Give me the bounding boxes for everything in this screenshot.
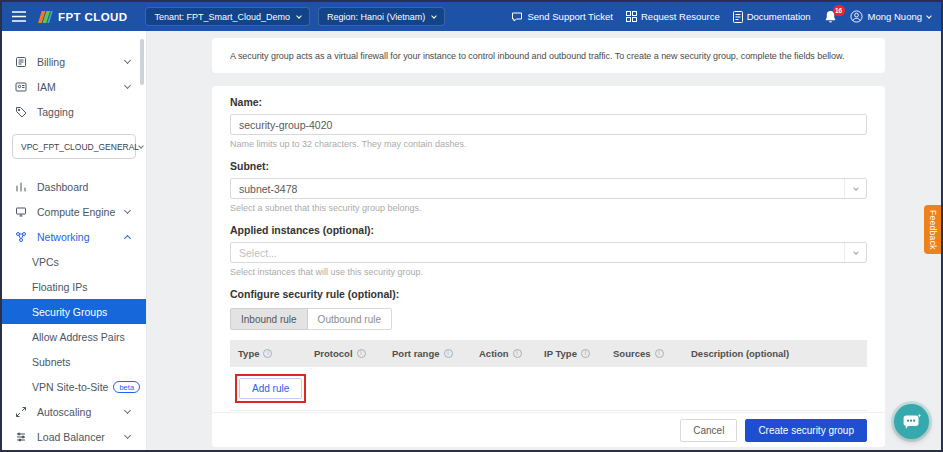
support-ticket-label: Send Support Ticket bbox=[527, 11, 613, 22]
sidebar-item-label: VPN Site-to-Site bbox=[32, 381, 108, 393]
sidebar-item-label: VPCs bbox=[32, 256, 59, 268]
beta-badge: beta bbox=[113, 381, 140, 393]
create-security-group-button[interactable]: Create security group bbox=[745, 419, 867, 442]
rule-table-header: Type Protocol Port range Action IP Type … bbox=[230, 340, 867, 367]
tenant-label: Tenant: FPT_Smart_Cloud_Demo bbox=[154, 12, 290, 22]
dashboard-icon bbox=[15, 181, 28, 193]
sidebar-item-label: Subnets bbox=[32, 356, 71, 368]
tenant-selector[interactable]: Tenant: FPT_Smart_Cloud_Demo bbox=[145, 7, 310, 26]
sidebar-item-tagging[interactable]: Tagging bbox=[2, 99, 146, 124]
cancel-button[interactable]: Cancel bbox=[680, 419, 737, 442]
region-label: Region: Hanoi (Vietnam) bbox=[327, 12, 425, 22]
document-icon bbox=[733, 11, 743, 23]
select-arrow-zone bbox=[844, 179, 866, 198]
sidebar-item-label: Allow Address Pairs bbox=[32, 331, 125, 343]
column-header-port-range: Port range bbox=[384, 348, 471, 359]
info-icon[interactable] bbox=[581, 349, 590, 358]
sidebar-item-compute-engine[interactable]: Compute Engine bbox=[2, 199, 146, 224]
autoscaling-icon bbox=[15, 406, 28, 418]
main-content: A security group acts as a virtual firew… bbox=[148, 31, 941, 450]
sidebar-item-dashboard[interactable]: Dashboard bbox=[2, 174, 146, 199]
info-icon[interactable] bbox=[444, 349, 453, 358]
red-highlight-annotation: Add rule bbox=[235, 374, 306, 403]
column-header-sources: Sources bbox=[605, 348, 683, 359]
name-label: Name: bbox=[230, 96, 867, 109]
sidebar-item-label: Autoscaling bbox=[37, 406, 91, 418]
applied-instances-select[interactable]: Select... bbox=[230, 242, 867, 263]
name-input[interactable] bbox=[230, 114, 867, 135]
menu-icon[interactable] bbox=[2, 2, 36, 31]
subnet-help: Select a subnet that this security group… bbox=[230, 203, 867, 213]
column-header-type: Type bbox=[230, 348, 306, 359]
rule-tabs: Inbound rule Outbound rule bbox=[230, 308, 867, 330]
send-support-ticket-link[interactable]: Send Support Ticket bbox=[511, 11, 613, 23]
notifications-button[interactable]: 16 bbox=[824, 10, 837, 23]
sidebar-item-load-balancer[interactable]: Load Balancer bbox=[2, 424, 146, 449]
sidebar-item-subnets[interactable]: Subnets bbox=[2, 349, 146, 374]
sidebar-item-allow-address-pairs[interactable]: Allow Address Pairs bbox=[2, 324, 146, 349]
sidebar: Billing IAM Tagging VPC_FPT_CLOUD_GENERA… bbox=[2, 31, 147, 450]
feedback-tab[interactable]: Feedback bbox=[924, 205, 941, 254]
chevron-down-icon bbox=[124, 207, 131, 214]
form-footer: Cancel Create security group bbox=[212, 412, 885, 447]
sidebar-item-iam[interactable]: IAM bbox=[2, 74, 146, 99]
sidebar-item-label: Dashboard bbox=[37, 181, 88, 193]
intro-card: A security group acts as a virtual firew… bbox=[212, 38, 885, 73]
navbar-actions: Send Support Ticket Request Resource Doc… bbox=[511, 10, 931, 23]
add-rule-button[interactable]: Add rule bbox=[239, 378, 302, 399]
request-resource-link[interactable]: Request Resource bbox=[626, 11, 720, 22]
resource-grid-icon bbox=[626, 11, 637, 22]
sidebar-item-label: IAM bbox=[37, 81, 56, 93]
vpc-selector[interactable]: VPC_FPT_CLOUD_GENERAL bbox=[12, 134, 136, 159]
column-header-protocol: Protocol bbox=[306, 348, 384, 359]
subnet-select[interactable]: subnet-3478 bbox=[230, 178, 867, 199]
user-avatar-icon bbox=[850, 10, 863, 23]
sidebar-item-vpn-site-to-site[interactable]: VPN Site-to-Site beta bbox=[2, 374, 146, 399]
intro-text: A security group acts as a virtual firew… bbox=[230, 51, 844, 61]
tab-inbound-rule[interactable]: Inbound rule bbox=[230, 308, 308, 330]
user-menu[interactable]: Mong Nuong bbox=[850, 10, 931, 23]
support-ticket-icon bbox=[511, 11, 523, 23]
chevron-down-icon bbox=[124, 432, 131, 439]
sidebar-item-networking[interactable]: Networking bbox=[2, 224, 146, 249]
configure-rule-label: Configure security rule (optional): bbox=[230, 288, 867, 301]
sidebar-item-vpcs[interactable]: VPCs bbox=[2, 249, 146, 274]
name-help: Name limits up to 32 characters. They ma… bbox=[230, 139, 867, 149]
region-selector[interactable]: Region: Hanoi (Vietnam) bbox=[318, 7, 445, 26]
chevron-down-icon bbox=[138, 143, 144, 149]
sidebar-item-label: Billing bbox=[37, 56, 65, 68]
info-icon[interactable] bbox=[655, 349, 664, 358]
sidebar-item-floating-ips[interactable]: Floating IPs bbox=[2, 274, 146, 299]
column-header-ip-type: IP Type bbox=[536, 348, 605, 359]
applied-instances-label: Applied instances (optional): bbox=[230, 224, 867, 237]
documentation-link[interactable]: Documentation bbox=[733, 11, 811, 23]
sidebar-item-label: Floating IPs bbox=[32, 281, 87, 293]
sidebar-item-autoscaling[interactable]: Autoscaling bbox=[2, 399, 146, 424]
ai-assistant-button[interactable] bbox=[894, 404, 929, 439]
column-header-action: Action bbox=[471, 348, 536, 359]
info-icon[interactable] bbox=[357, 349, 366, 358]
create-security-group-form: Name: Name limits up to 32 characters. T… bbox=[212, 86, 885, 447]
sidebar-item-label: Networking bbox=[37, 231, 90, 243]
subnet-select-value: subnet-3478 bbox=[239, 183, 297, 195]
select-arrow-zone bbox=[844, 243, 866, 262]
brand-name: FPT CLOUD bbox=[58, 11, 127, 23]
billing-icon bbox=[15, 56, 28, 68]
chevron-down-icon bbox=[296, 13, 302, 19]
top-navbar: FPT CLOUD Tenant: FPT_Smart_Cloud_Demo R… bbox=[2, 2, 941, 31]
sidebar-item-billing[interactable]: Billing bbox=[2, 49, 146, 74]
brand-logo[interactable]: FPT CLOUD bbox=[36, 11, 127, 23]
info-icon[interactable] bbox=[263, 349, 272, 358]
app-window: FPT CLOUD Tenant: FPT_Smart_Cloud_Demo R… bbox=[0, 0, 943, 452]
iam-icon bbox=[15, 81, 28, 93]
tag-icon bbox=[15, 106, 28, 118]
sidebar-item-label: Compute Engine bbox=[37, 206, 115, 218]
networking-icon bbox=[15, 231, 28, 243]
chevron-down-icon bbox=[124, 407, 131, 414]
sidebar-item-security-groups[interactable]: Security Groups bbox=[2, 299, 146, 324]
info-icon[interactable] bbox=[513, 349, 522, 358]
user-name: Mong Nuong bbox=[868, 11, 922, 22]
chevron-down-icon bbox=[853, 249, 859, 255]
request-resource-label: Request Resource bbox=[641, 11, 720, 22]
tab-outbound-rule[interactable]: Outbound rule bbox=[307, 308, 392, 330]
